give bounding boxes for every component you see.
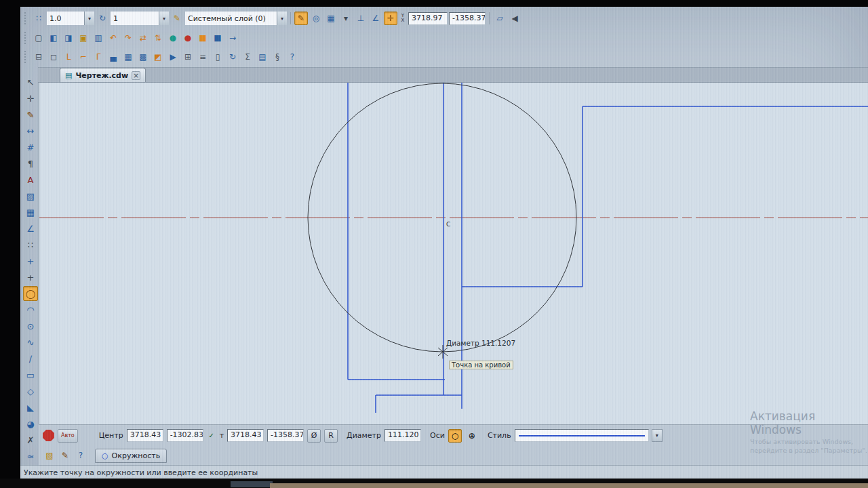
axes-on-toggle[interactable]: ⊕: [465, 429, 479, 443]
center-x-field[interactable]: 3718.43: [127, 429, 163, 442]
process-tab-circle[interactable]: ○ Окружность: [95, 449, 167, 463]
refresh-icon[interactable]: ↻: [226, 50, 239, 64]
axis-tool[interactable]: +: [23, 253, 38, 268]
copy-properties-icon[interactable]: ▱: [493, 12, 507, 25]
new-sheet-icon[interactable]: ▢: [32, 31, 45, 45]
angle-measure-tool[interactable]: ∠: [23, 221, 38, 236]
save-icon[interactable]: ▥: [92, 31, 105, 45]
ortho-icon[interactable]: ⊥: [354, 12, 368, 25]
window-layout-alt-icon[interactable]: ◨: [62, 31, 75, 45]
rotate-right-icon[interactable]: ↷: [121, 31, 135, 45]
pencil-tool[interactable]: ✎: [23, 107, 38, 122]
layer-name-caret-icon[interactable]: ▾: [277, 12, 287, 25]
run-icon[interactable]: ▶: [166, 50, 180, 64]
ruler-flip-icon[interactable]: ⌐: [77, 50, 90, 64]
move-icon[interactable]: ⇄: [136, 31, 150, 45]
layer-number-combo[interactable]: 1 ▾: [111, 12, 169, 25]
tree-list-icon[interactable]: ≡: [196, 50, 210, 64]
rectangle-tool[interactable]: ▭: [23, 367, 38, 382]
corner-icon[interactable]: Γ: [92, 50, 105, 64]
offset-tool[interactable]: ≈: [23, 449, 38, 464]
drawing-canvas[interactable]: C Диаметр 111.1207 Точка на кривой: [39, 83, 868, 424]
layer-number-caret-icon[interactable]: ▾: [159, 12, 169, 25]
layer-name-combo[interactable]: Системный слой (0) ▾: [185, 12, 287, 25]
grid-icon[interactable]: ▦: [324, 12, 338, 25]
print-icon[interactable]: ⊟: [32, 50, 45, 64]
orange-box-icon[interactable]: ■: [196, 31, 210, 45]
open-folder-icon[interactable]: ▣: [77, 31, 90, 45]
doc-blank-icon[interactable]: ▯: [211, 50, 224, 64]
grid-page-icon[interactable]: ⊞: [181, 50, 195, 64]
pointer-arrow-icon[interactable]: →: [226, 31, 239, 45]
tab-close-icon[interactable]: ×: [132, 71, 140, 80]
select-tool[interactable]: ↖: [23, 75, 38, 89]
help-icon[interactable]: ?: [285, 50, 299, 64]
line-tool[interactable]: ∕: [23, 351, 38, 366]
cursor-y-field[interactable]: -1358.37: [449, 12, 486, 25]
document-tabbar: ▤ Чертеж.cdw ×: [38, 67, 868, 83]
trim-tool[interactable]: ✗: [23, 432, 38, 447]
current-state-icon[interactable]: ∷: [32, 12, 45, 25]
zoom-combo[interactable]: 1.0 ▾: [47, 12, 94, 25]
grid-caret-icon[interactable]: ▾: [339, 12, 353, 25]
auto-create-button[interactable]: Авто: [58, 429, 78, 443]
palette-icon[interactable]: ◩: [151, 50, 165, 64]
dimension-tool[interactable]: ↔: [23, 123, 38, 138]
table-icon[interactable]: ▦: [121, 50, 135, 64]
circle-tool[interactable]: ◯: [23, 286, 38, 301]
fillet-tool[interactable]: ◕: [23, 416, 38, 431]
rotate-left-icon[interactable]: ↶: [106, 31, 120, 45]
spline-tool[interactable]: ∿: [23, 335, 38, 350]
radius-mode-button[interactable]: R: [324, 429, 338, 443]
draw-mode-icon[interactable]: ✎: [294, 12, 308, 25]
polygon-tool[interactable]: ◇: [23, 384, 38, 399]
zoom-area-icon[interactable]: ◎: [309, 12, 323, 25]
line-style-caret-icon[interactable]: ▾: [652, 429, 663, 442]
diameter-field[interactable]: 111.120: [384, 429, 421, 442]
cursor-x-field[interactable]: 3718.97: [408, 12, 448, 25]
axes-off-toggle[interactable]: ○: [448, 429, 462, 443]
drawing-svg: C: [39, 83, 868, 424]
sum-icon[interactable]: Σ: [241, 50, 254, 64]
row1-group-b: ↻: [96, 12, 109, 25]
stop-mark-icon[interactable]: ●: [181, 31, 195, 45]
line-style-dropdown[interactable]: [515, 429, 649, 442]
document-tab[interactable]: ▤ Чертеж.cdw ×: [60, 68, 146, 82]
point-label: т: [220, 431, 224, 440]
arc-tool[interactable]: ◠: [23, 302, 38, 317]
shift-icon[interactable]: ⇅: [151, 31, 165, 45]
stamp-icon[interactable]: ▄: [106, 50, 120, 64]
blue-box-icon[interactable]: ■: [211, 31, 224, 45]
diameter-mode-button[interactable]: Ø: [307, 429, 321, 443]
chamfer-tool[interactable]: ◣: [23, 400, 38, 415]
hatch-tool[interactable]: ▨: [23, 188, 38, 203]
preview-icon[interactable]: ◻: [47, 50, 60, 64]
pan-tool[interactable]: ✛: [23, 91, 38, 106]
local-csys-icon[interactable]: ∠: [369, 12, 382, 25]
ruler-icon[interactable]: L: [62, 50, 75, 64]
table-tool[interactable]: ▦: [23, 205, 38, 220]
center-y-field[interactable]: -1302.83: [167, 429, 203, 442]
info-icon[interactable]: §: [271, 50, 284, 64]
sphere-icon[interactable]: ●: [166, 31, 180, 45]
geometry-panel-icon[interactable]: ▧: [43, 449, 56, 462]
spreadsheet-icon[interactable]: ▤: [256, 50, 269, 64]
fill-icon[interactable]: ▩: [136, 50, 150, 64]
text-tool[interactable]: A: [23, 172, 38, 187]
zoom-caret-icon[interactable]: ▾: [84, 12, 94, 25]
window-layout-icon[interactable]: ◧: [47, 31, 60, 45]
snap-toggle-icon[interactable]: ✛: [384, 12, 397, 25]
speaker-icon[interactable]: ◀: [508, 12, 521, 25]
designation-tool[interactable]: ¶: [23, 156, 38, 171]
point-y-field[interactable]: -1358.37: [267, 429, 304, 442]
help-panel-icon[interactable]: ?: [74, 449, 87, 462]
interrupt-command-button[interactable]: [43, 430, 54, 441]
point-x-field[interactable]: 3718.43: [227, 429, 264, 442]
edit-object-icon[interactable]: ✎: [58, 449, 72, 462]
point-tool[interactable]: +: [23, 270, 38, 285]
zoom-refresh-icon[interactable]: ↻: [96, 12, 109, 25]
hash-grid-tool[interactable]: #: [23, 140, 38, 155]
points-array-tool[interactable]: ∷: [23, 237, 38, 252]
ellipse-tool[interactable]: ⊙: [23, 319, 38, 333]
layer-edit-icon[interactable]: ✎: [170, 12, 184, 25]
